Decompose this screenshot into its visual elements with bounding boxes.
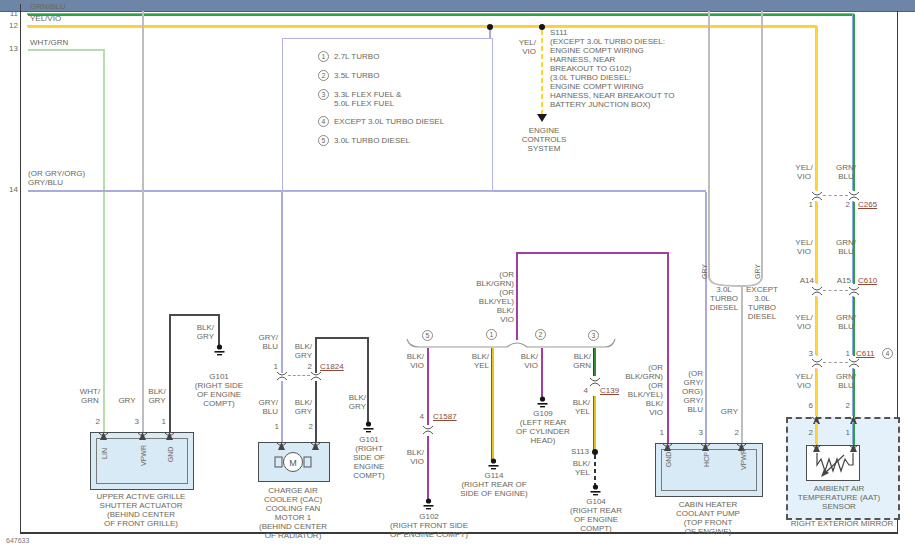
ground-symbol-g102: [422, 498, 435, 511]
wire-yv-seg2: [816, 202, 818, 284]
pump-terminal-vpwr: VPWR: [740, 445, 747, 475]
s111-note: S111 (EXCEPT 3.0L TURBO DIESEL: ENGINE C…: [550, 28, 674, 109]
c1824-w1-label: GRY/BLU: [259, 333, 278, 351]
wire-blk-vio-v: [516, 252, 518, 340]
g104-label: G104 (RIGHT REAR OF ENGINE COMPT): [570, 497, 622, 533]
wire-blk-gry-cac-upper: [315, 337, 317, 373]
actuator-pin-2: 2: [96, 417, 100, 426]
connector-ref-c139[interactable]: C139: [600, 386, 619, 395]
aat-pin-1: 1: [846, 428, 850, 437]
connector-ref-c1587[interactable]: C1587: [433, 412, 457, 421]
connector-symbol-c1824-1: [276, 370, 288, 382]
ground-brace: [403, 338, 619, 350]
b2-wire-label: BLK/VIO: [521, 352, 538, 370]
b3-wire2-label: BLK/YEL: [573, 398, 590, 416]
yv-label-3: YEL/VIO: [795, 313, 812, 331]
connector-symbol-c611-2: [848, 357, 860, 369]
pump-terminal-gnd: GND: [665, 445, 672, 475]
variant-30l-diesel: 3.0LTURBODIESEL: [710, 285, 738, 312]
cac-pin-2: 2: [309, 422, 313, 431]
wire-label-grn-blu: GRN/BLU: [30, 2, 66, 11]
legend-circ-4: 4: [318, 116, 329, 127]
ground-symbol-g101a: [213, 344, 226, 357]
wire-gry-diesel-v: [708, 11, 710, 278]
connector-link-c1824: [288, 375, 310, 376]
wire-gry-blu-v-cac-lower: [281, 381, 283, 442]
branch-circ-2: 2: [535, 329, 546, 340]
connector-ref-c1824[interactable]: C1824: [320, 362, 344, 371]
connector-link-c611: [823, 362, 848, 363]
wire-b3-yel: [594, 396, 596, 450]
actuator-terminal-gnd: GND: [167, 440, 174, 470]
actuator-name: UPPER ACTIVE GRILLE SHUTTER ACTUATOR (BE…: [97, 492, 186, 528]
wire-b1: [492, 348, 494, 460]
wire-b2: [541, 348, 543, 398]
blk-vio-alt-label-main: (ORBLK/GRN) (ORBLK/YEL) BLK/VIO: [476, 270, 514, 324]
gry-rotated-label-2: GRY: [754, 257, 761, 287]
connector-ref-c610[interactable]: C610: [858, 276, 877, 285]
g109-label: G109 (LEFT REAR OF CYLINDER HEAD): [516, 409, 570, 445]
wire-gry-except-v: [761, 11, 763, 278]
engine-controls-arrow: [537, 114, 547, 122]
thermistor-icon: [808, 453, 856, 479]
wire-blk-gry-g101b-h: [315, 337, 369, 339]
feed-number-13: 13: [9, 44, 18, 53]
g102-label: G102 (RIGHT FRONT SIDE OF ENGINE COMPT): [390, 512, 468, 539]
legend-item-4: EXCEPT 3.0L TURBO DIESEL: [334, 117, 444, 126]
mirror-pin-6: 6: [809, 401, 813, 410]
b5-wire2-label: BLK/VIO: [407, 448, 424, 466]
junction-dot-legend: [487, 24, 493, 30]
yv-label-2: YEL/VIO: [795, 238, 812, 256]
wire-blk-gry-g101b-v: [367, 337, 369, 423]
b3-wire3-label: BLK/YEL: [573, 459, 590, 477]
legend-highlight-box: [282, 38, 493, 192]
wire-blk-gry-g101a-h: [169, 314, 220, 316]
wire-gry-blu-v-pump: [705, 192, 707, 443]
wire-gry-blu-v-cac-upper: [281, 192, 283, 373]
c265-pin-1: 1: [809, 200, 813, 209]
c611-variant-circ: 4: [882, 348, 893, 359]
cac-pin-1: 1: [275, 422, 279, 431]
wire-blk-vio-h: [517, 252, 669, 254]
motor-icon: M: [273, 450, 313, 474]
aat-sensor-label: AMBIENT AIR TEMPERATURE (AAT) SENSOR: [798, 484, 880, 511]
g114-label: G114 (RIGHT REAR OF SIDE OF ENGINE): [460, 471, 528, 498]
g101a-label: G101 (RIGHT SIDE OF ENGINE COMPT): [195, 372, 243, 408]
wire-b5-lower: [427, 436, 429, 500]
wire-label-gry-blu-alt: (OR GRY/ORG) GRY/BLU: [28, 169, 85, 187]
wire-b3-grn: [594, 348, 596, 376]
wire-gry-actuator-v: [142, 11, 144, 432]
pump-hcp-alt-label: (ORGRY/ ORG)GRY/ BLU: [682, 369, 703, 414]
pump-pin-2: 2: [735, 428, 739, 437]
g101a-wire-label: BLK/GRY: [197, 323, 214, 341]
s111-wire-label: YEL/VIO: [519, 38, 536, 56]
wire-wht-grn-v: [103, 49, 105, 432]
gb-label-2: GRN/BLU: [836, 238, 856, 256]
connector-symbol-c610-2: [848, 285, 860, 297]
right-exterior-mirror-label: RIGHT EXTERIOR MIRROR: [791, 519, 894, 528]
wire-gry-merged-v: [741, 285, 743, 443]
actuator-wire-vpwr-label: GRY: [118, 396, 135, 405]
pump-name: CABIN HEATER COOLANT PUMP (TOP FRONT OF …: [676, 500, 740, 536]
actuator-terminal-lin: LIN: [101, 439, 108, 469]
legend-circ-5: 5: [318, 135, 329, 146]
connector-ref-c265[interactable]: C265: [858, 200, 877, 209]
pump-terminal-hcp: HCP: [703, 445, 710, 475]
branch-circ-1: 1: [486, 329, 497, 340]
actuator-wire-gnd-label: BLK/GRY: [148, 387, 165, 405]
wiring-diagram-canvas: 647633 11 12 13 14 GRN/BLU YEL/VIO WHT/G…: [0, 0, 915, 554]
c265-pin-2: 2: [846, 200, 850, 209]
yv-label-4: YEL/VIO: [795, 372, 812, 390]
feed-number-12: 12: [9, 21, 18, 30]
page-border-left: [20, 4, 21, 533]
legend-item-5: 3.0L TURBO DIESEL: [334, 136, 410, 145]
legend-circ-2: 2: [318, 70, 329, 81]
ground-symbol-g101b: [362, 421, 375, 434]
ground-symbol-g104: [589, 484, 602, 497]
cac-name: CHARGE AIR COOLER (CAC) COOLING FAN MOTO…: [259, 486, 327, 540]
c610-pin-a14: A14: [800, 276, 814, 285]
legend-circ-1: 1: [318, 51, 329, 62]
actuator-wire-lin-label: WHT/GRN: [80, 387, 100, 405]
pump-gnd-alt-label: (ORBLK/GRN) (ORBLK/YEL) BLK/VIO: [625, 363, 663, 417]
c610-pin-a15: A15: [837, 276, 851, 285]
